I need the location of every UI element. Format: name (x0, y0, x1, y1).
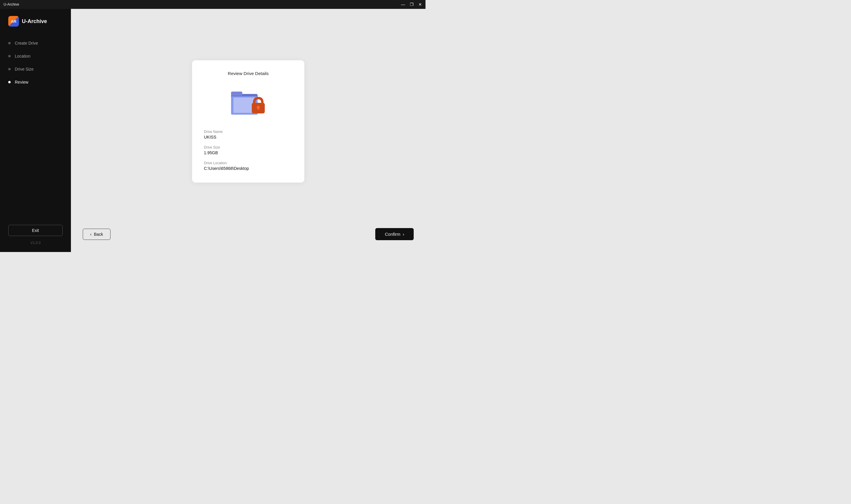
nav-dot-location (8, 55, 11, 57)
exit-button[interactable]: Exit (8, 225, 62, 236)
main-content: Review Drive Details (71, 9, 426, 252)
close-button[interactable]: ✕ (418, 2, 422, 6)
logo-text: U-Archive (22, 18, 47, 24)
nav-dot-create-drive (8, 42, 11, 44)
drive-name-value: UKISS (204, 135, 292, 140)
sidebar-logo: AR U-Archive (0, 16, 71, 26)
confirm-button[interactable]: Confirm › (375, 228, 414, 240)
drive-location-value: C:\Users\65868\Desktop (204, 166, 292, 171)
sidebar-item-drive-size[interactable]: Drive Size (8, 67, 62, 72)
drive-info: Drive Name UKISS Drive Size 1.95GB Drive… (204, 130, 292, 171)
bottom-nav: ‹ Back Confirm › (83, 222, 414, 240)
drive-name-field: Drive Name UKISS (204, 130, 292, 140)
version-text: V1.0.0 (8, 241, 62, 245)
confirm-chevron-icon: › (403, 232, 404, 237)
sidebar-label-drive-size: Drive Size (15, 67, 34, 72)
drive-size-field: Drive Size 1.95GB (204, 145, 292, 155)
nav-items: Create Drive Location Drive Size Review (0, 41, 71, 85)
app-container: AR U-Archive Create Drive Location Drive… (0, 9, 426, 252)
sidebar-item-create-drive[interactable]: Create Drive (8, 41, 62, 46)
maximize-button[interactable]: ❐ (410, 2, 414, 6)
sidebar-label-location: Location (15, 54, 31, 58)
titlebar-title: U-Archive (3, 2, 19, 6)
back-button[interactable]: ‹ Back (83, 229, 110, 240)
confirm-label: Confirm (385, 232, 400, 237)
review-card: Review Drive Details (192, 60, 304, 183)
folder-lock-icon (231, 87, 266, 119)
drive-location-label: Drive Location: (204, 161, 292, 165)
center-area: Review Drive Details (83, 21, 414, 222)
folder-icon-area (231, 87, 266, 119)
drive-name-label: Drive Name (204, 130, 292, 134)
nav-dot-drive-size (8, 68, 11, 70)
back-chevron-icon: ‹ (90, 232, 92, 237)
minimize-button[interactable]: — (401, 2, 405, 6)
sidebar-label-create-drive: Create Drive (15, 41, 38, 46)
drive-size-label: Drive Size (204, 145, 292, 149)
sidebar-item-review[interactable]: Review (8, 80, 62, 85)
drive-location-field: Drive Location: C:\Users\65868\Desktop (204, 161, 292, 171)
svg-rect-6 (257, 107, 259, 110)
nav-dot-review (8, 81, 11, 83)
titlebar: U-Archive — ❐ ✕ (0, 0, 426, 9)
sidebar-label-review: Review (15, 80, 29, 85)
review-card-title: Review Drive Details (228, 71, 269, 76)
logo-icon: AR (8, 16, 19, 26)
sidebar-item-location[interactable]: Location (8, 54, 62, 58)
svg-rect-1 (231, 92, 242, 96)
titlebar-app-name: U-Archive (3, 2, 19, 6)
sidebar: AR U-Archive Create Drive Location Drive… (0, 9, 71, 252)
sidebar-footer: Exit V1.0.0 (0, 225, 71, 245)
titlebar-controls: — ❐ ✕ (401, 2, 422, 6)
drive-size-value: 1.95GB (204, 150, 292, 155)
back-label: Back (94, 232, 103, 237)
